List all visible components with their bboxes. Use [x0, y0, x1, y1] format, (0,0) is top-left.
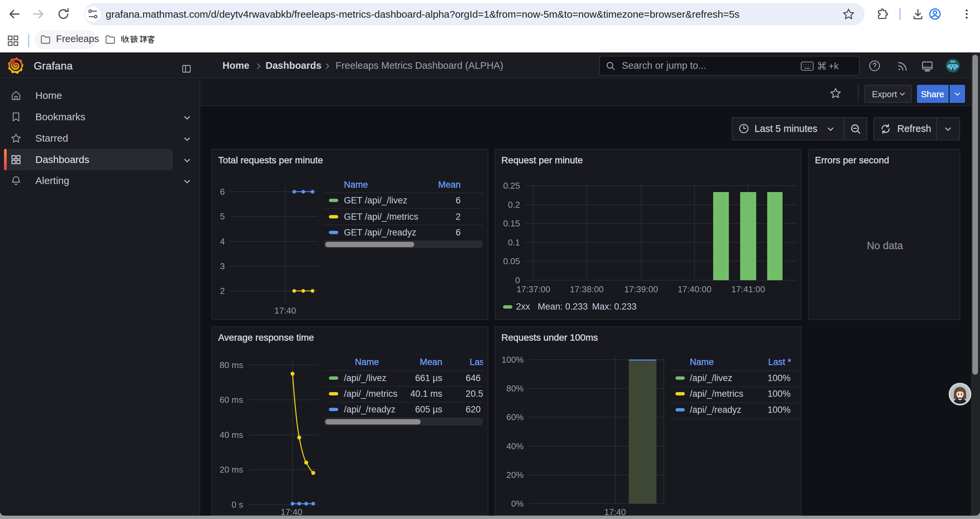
svg-text:17:40:00: 17:40:00 — [678, 284, 711, 294]
svg-text:0: 0 — [515, 275, 520, 285]
svg-text:17:39:00: 17:39:00 — [624, 284, 658, 294]
svg-text:17:41:00: 17:41:00 — [731, 284, 765, 294]
svg-text:17:38:00: 17:38:00 — [570, 284, 603, 294]
svg-text:0.25: 0.25 — [503, 181, 520, 191]
svg-text:100%: 100% — [502, 355, 524, 365]
svg-text:0.1: 0.1 — [508, 238, 520, 248]
svg-text:6: 6 — [220, 187, 225, 197]
svg-text:17:40: 17:40 — [274, 306, 296, 316]
svg-text:20 ms: 20 ms — [220, 465, 243, 474]
svg-text:17:40: 17:40 — [280, 507, 302, 516]
svg-text:3: 3 — [220, 261, 225, 271]
svg-text:40%: 40% — [506, 441, 524, 451]
svg-text:80%: 80% — [506, 383, 524, 393]
svg-text:0%: 0% — [511, 498, 524, 509]
svg-text:0.05: 0.05 — [503, 256, 520, 266]
svg-text:4: 4 — [220, 236, 225, 246]
svg-text:60 ms: 60 ms — [220, 395, 243, 405]
svg-text:5: 5 — [220, 211, 225, 222]
svg-text:80 ms: 80 ms — [220, 360, 243, 370]
svg-text:40 ms: 40 ms — [220, 430, 243, 440]
svg-text:60%: 60% — [506, 412, 524, 422]
svg-text:20%: 20% — [506, 470, 524, 480]
svg-text:0.2: 0.2 — [508, 200, 520, 210]
svg-text:0.15: 0.15 — [503, 219, 520, 228]
svg-text:17:37:00: 17:37:00 — [516, 284, 550, 294]
svg-text:2: 2 — [220, 286, 225, 296]
svg-text:17:40: 17:40 — [604, 507, 626, 516]
svg-text:0 s: 0 s — [231, 500, 243, 509]
